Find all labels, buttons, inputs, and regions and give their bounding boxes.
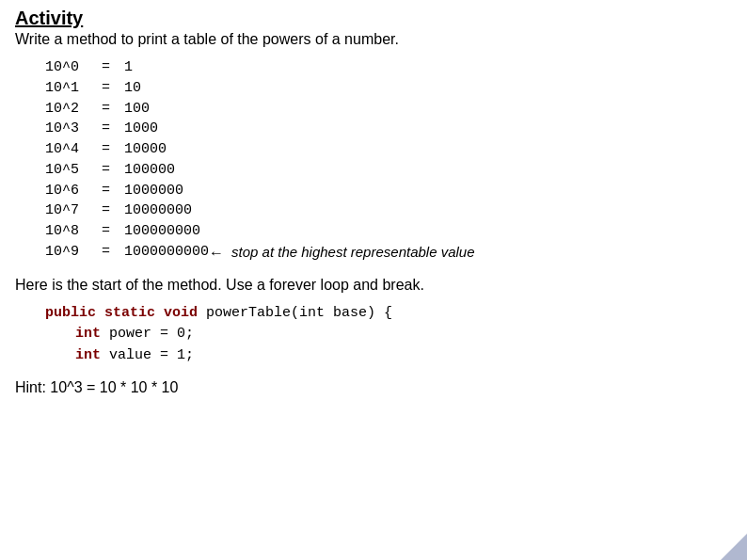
code-line-3: int value = 1; xyxy=(75,345,732,367)
table-row: 10^2=100 xyxy=(45,99,732,120)
code-line-2: int power = 0; xyxy=(75,324,732,345)
keyword-int-1: int xyxy=(75,326,101,342)
keyword-int-2: int xyxy=(75,347,101,363)
table-row: 10^0=1 xyxy=(45,57,732,78)
table-row: 10^3=1000 xyxy=(45,119,732,139)
code-line-1: public static void powerTable(int base) … xyxy=(45,303,732,325)
corner-triangle-decoration xyxy=(721,534,747,560)
table-row: 10^5=100000 xyxy=(45,160,732,181)
hint-text: Hint: 10^3 = 10 * 10 * 10 xyxy=(15,379,732,396)
table-row: 10^8=100000000 xyxy=(45,221,732,242)
annotation-text: stop at the highest representable value xyxy=(231,242,475,263)
keyword-public: public xyxy=(45,305,96,321)
code-line-2-rest: power = 0; xyxy=(109,326,194,342)
activity-title: Activity xyxy=(15,8,732,29)
code-line-1-rest: powerTable(int base) { xyxy=(206,305,392,321)
table-row: 10^4=10000 xyxy=(45,139,732,160)
powers-table: 10^0=1 10^1=10 10^2=100 10^3=1000 10^4=1… xyxy=(45,57,732,264)
table-row: 10^7=10000000 xyxy=(45,200,732,221)
keyword-void: void xyxy=(164,305,198,321)
intro-text: Write a method to print a table of the p… xyxy=(15,31,732,48)
keyword-static: static xyxy=(104,305,155,321)
table-row-last: 10^9=1000000000←stop at the highest repr… xyxy=(45,242,732,264)
here-text: Here is the start of the method. Use a f… xyxy=(15,277,732,294)
table-row: 10^6=1000000 xyxy=(45,181,732,201)
code-line-3-rest: value = 1; xyxy=(109,347,194,363)
table-row: 10^1=10 xyxy=(45,78,732,99)
code-block: public static void powerTable(int base) … xyxy=(45,303,732,367)
